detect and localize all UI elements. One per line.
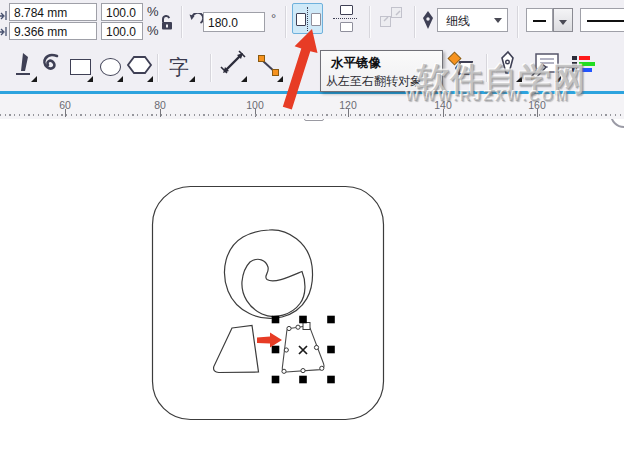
text-tool-icon: 字 — [169, 54, 189, 81]
selection-handle[interactable] — [272, 316, 280, 324]
object-height-field[interactable]: 9.366 mm — [9, 22, 97, 40]
ellipse-tool-icon — [100, 58, 121, 76]
scale-height-field[interactable]: 100.0 — [101, 22, 143, 40]
separator — [414, 6, 416, 38]
freehand-tool-icon — [38, 50, 64, 78]
degree-label: ° — [271, 11, 276, 26]
smart-drawing-tool-button[interactable] — [528, 50, 562, 84]
rectangle-tool-icon — [70, 59, 91, 75]
color-styles-icon — [572, 56, 598, 74]
outline-pen-tool-icon — [495, 50, 521, 78]
rotate-ccw-icon — [187, 13, 204, 30]
separator — [486, 54, 488, 82]
color-styles-button[interactable] — [570, 54, 600, 88]
selection-handle[interactable] — [299, 376, 307, 384]
mirror-vertical-icon — [330, 3, 361, 34]
tooltip-horizontal-mirror: 水平镜像 从左至右翻转对象。 — [320, 50, 443, 92]
object-size-icon — [0, 8, 8, 20]
selection-handle[interactable] — [327, 316, 335, 324]
dimension-tool-button[interactable] — [220, 50, 248, 84]
scale-objects-button-disabled — [376, 3, 410, 34]
coreldraw-window: { "property_bar": { "size_width": "8.784… — [0, 0, 624, 461]
dropdown-caret-icon — [494, 18, 502, 23]
object-size-icon — [0, 24, 8, 36]
outline-width-value: 细线 — [446, 14, 470, 28]
solid-line-icon — [587, 20, 624, 22]
separator — [157, 54, 159, 82]
selection-handle[interactable] — [327, 346, 335, 354]
object-width-field[interactable]: 8.784 mm — [9, 3, 97, 21]
body-shape-original[interactable] — [214, 326, 259, 373]
rotation-angle-field[interactable]: 180.0 — [203, 12, 265, 32]
line-style-dash-icon — [533, 20, 546, 22]
separator — [181, 6, 183, 38]
outline-pen-tool-button[interactable] — [495, 50, 523, 84]
lock-ratio-button[interactable] — [159, 13, 175, 31]
pen-tool-button[interactable] — [10, 50, 38, 84]
text-tool-button[interactable]: 字 — [166, 50, 196, 84]
toolbox-bar: 字 — [0, 44, 624, 91]
separator — [369, 6, 371, 38]
property-bar: 8.784 mm 9.366 mm 100.0 100.0 % % 180.0 … — [0, 0, 624, 45]
separator — [285, 6, 287, 38]
selection-handle[interactable] — [272, 346, 280, 354]
line-preview-box[interactable] — [580, 8, 624, 32]
annotation-arrow-canvas — [257, 333, 282, 348]
outline-pen-icon — [421, 9, 435, 31]
dimension-tool-icon — [220, 50, 246, 76]
scale-width-field[interactable]: 100.0 — [101, 3, 143, 21]
rounded-square-frame[interactable] — [153, 187, 384, 420]
mirror-vertical-button[interactable] — [330, 3, 361, 34]
selection-handle[interactable] — [327, 376, 335, 384]
curve-nodes[interactable] — [282, 323, 324, 374]
mirror-horizontal-button[interactable] — [292, 3, 323, 34]
selection-handle[interactable] — [299, 316, 307, 324]
percent-label: % — [147, 4, 159, 19]
percent-label: % — [147, 23, 159, 38]
mirror-horizontal-icon — [293, 4, 322, 33]
line-style-dropdown-button[interactable] — [553, 8, 573, 32]
freehand-tool-button[interactable] — [38, 50, 66, 84]
pen-tool-icon — [10, 50, 36, 78]
horizontal-ruler: 60 80 100 120 140 160 — [0, 94, 624, 119]
ruler-minor-ticks — [0, 114, 624, 116]
selection-handle[interactable] — [272, 376, 280, 384]
ellipse-tool-button[interactable] — [96, 50, 124, 84]
dropdown-caret-icon — [559, 20, 567, 25]
line-style-box[interactable] — [526, 8, 553, 32]
connector-tool-button[interactable] — [256, 50, 284, 84]
tooltip-description: 从左至右翻转对象。 — [326, 73, 434, 90]
tooltip-title: 水平镜像 — [331, 55, 381, 72]
fill-tool-icon — [446, 50, 478, 80]
face-shape[interactable] — [242, 259, 305, 316]
start-node[interactable] — [303, 323, 310, 330]
polygon-tool-button[interactable] — [126, 50, 154, 84]
object-center-icon[interactable] — [299, 346, 307, 354]
separator — [210, 54, 212, 82]
outline-width-dropdown[interactable]: 细线 — [437, 8, 508, 32]
separator — [517, 6, 519, 38]
fill-tool-button[interactable] — [446, 50, 474, 84]
rectangle-tool-button[interactable] — [66, 50, 94, 84]
